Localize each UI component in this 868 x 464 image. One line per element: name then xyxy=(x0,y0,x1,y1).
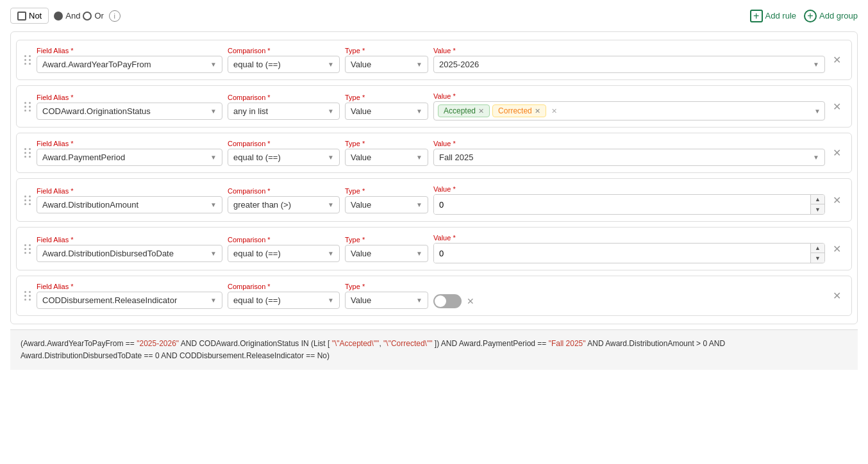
field-alias-chevron: ▼ xyxy=(210,108,217,115)
delete-rule-button[interactable]: ✕ xyxy=(830,287,844,304)
delete-rule-button[interactable]: ✕ xyxy=(830,51,844,69)
value-text: 2025-2026 xyxy=(439,60,479,69)
drag-handle[interactable] xyxy=(24,55,31,65)
radio-group: And Or xyxy=(54,11,104,21)
tag-corrected-close[interactable]: ✕ xyxy=(535,108,540,115)
field-group: Field Alias * Award.DistributionDisburse… xyxy=(37,236,222,262)
field-alias-label: Field Alias * xyxy=(37,94,222,101)
and-label: And xyxy=(65,11,80,21)
comparison-select[interactable]: equal to (==) ▼ xyxy=(228,56,340,73)
field-alias-select[interactable]: CODDisbursement.ReleaseIndicator ▼ xyxy=(37,292,222,309)
field-group: Field Alias * Award.AwardYearToPayFrom ▼ xyxy=(37,47,222,73)
expression-str1: "2025-2026" xyxy=(137,339,179,348)
delete-rule-button[interactable]: ✕ xyxy=(830,98,844,115)
value-chevron: ▼ xyxy=(813,154,819,161)
type-chevron: ▼ xyxy=(416,61,422,68)
value-select[interactable]: Fall 2025 ▼ xyxy=(433,149,825,166)
comparison-value: equal to (==) xyxy=(233,249,281,258)
type-select[interactable]: Value ▼ xyxy=(345,292,428,309)
delete-rule-button[interactable]: ✕ xyxy=(830,192,844,209)
rule-row: Field Alias * CODDisbursement.ReleaseInd… xyxy=(16,276,852,316)
type-select[interactable]: Value ▼ xyxy=(345,103,428,120)
or-label: Or xyxy=(94,11,103,21)
or-radio-empty xyxy=(83,12,92,21)
field-alias-label: Field Alias * xyxy=(37,283,222,290)
and-radio-option[interactable]: And xyxy=(54,11,80,21)
tags-chevron: ▼ xyxy=(814,108,821,115)
toggle-close[interactable]: ✕ xyxy=(467,296,474,306)
field-group: Field Alias * Award.DistributionAmount ▼ xyxy=(37,187,222,213)
tags-clear-all[interactable]: ✕ xyxy=(551,108,557,115)
drag-handle[interactable] xyxy=(24,195,31,205)
expression-str3: "\"Corrected\"" xyxy=(383,339,432,348)
value-group: Value * ▲ ▼ xyxy=(433,185,825,215)
spinner-down[interactable]: ▼ xyxy=(811,204,824,214)
tag-accepted-close[interactable]: ✕ xyxy=(478,108,484,115)
field-alias-select[interactable]: Award.DistributionDisbursedToDate ▼ xyxy=(37,245,222,262)
type-select[interactable]: Value ▼ xyxy=(345,196,428,213)
comparison-label: Comparison * xyxy=(228,187,340,195)
toggle-switch[interactable] xyxy=(433,294,462,308)
field-alias-select[interactable]: Award.PaymentPeriod ▼ xyxy=(37,149,222,166)
rule-row: Field Alias * Award.DistributionDisburse… xyxy=(16,227,852,270)
type-group: Type * Value ▼ xyxy=(345,140,428,166)
type-value: Value xyxy=(351,249,371,258)
type-select[interactable]: Value ▼ xyxy=(345,245,428,262)
comparison-select[interactable]: equal to (==) ▼ xyxy=(228,149,340,166)
comparison-label: Comparison * xyxy=(228,283,340,290)
not-toggle-button[interactable]: Not xyxy=(10,8,49,24)
value-select[interactable]: 2025-2026 ▼ xyxy=(433,56,825,73)
add-group-button[interactable]: + Add group xyxy=(804,10,858,22)
expression-str2: "\"Accepted\"" xyxy=(332,339,380,348)
delete-rule-button[interactable]: ✕ xyxy=(830,240,844,258)
field-alias-chevron: ▼ xyxy=(210,250,217,257)
type-select[interactable]: Value ▼ xyxy=(345,56,428,73)
drag-handle[interactable] xyxy=(24,102,31,112)
type-label: Type * xyxy=(345,283,428,290)
number-input[interactable] xyxy=(434,244,810,263)
value-label: Value * xyxy=(433,92,825,100)
tag-accepted-label: Accepted xyxy=(444,106,476,115)
tag-accepted: Accepted ✕ xyxy=(438,104,490,117)
main-container: Not And Or i + Add rule + Add gr xyxy=(0,0,868,377)
comparison-chevron: ▼ xyxy=(328,250,334,257)
comparison-select[interactable]: equal to (==) ▼ xyxy=(228,245,340,262)
comparison-group: Comparison * greater than (>) ▼ xyxy=(228,187,340,213)
expression-prefix: (Award.AwardYearToPayFrom == xyxy=(21,339,137,348)
value-text: Fall 2025 xyxy=(439,153,473,162)
add-rule-button[interactable]: + Add rule xyxy=(750,10,796,22)
toolbar-left: Not And Or i xyxy=(10,8,121,24)
comparison-select[interactable]: equal to (==) ▼ xyxy=(228,292,340,309)
comparison-group: Comparison * equal to (==) ▼ xyxy=(228,140,340,166)
drag-handle[interactable] xyxy=(24,244,31,254)
spinner-up[interactable]: ▲ xyxy=(811,195,824,204)
field-alias-value: Award.DistributionDisbursedToDate xyxy=(42,249,174,258)
or-radio-option[interactable]: Or xyxy=(83,11,103,21)
field-alias-select[interactable]: CODAward.OriginationStatus ▼ xyxy=(37,103,222,120)
add-group-icon: + xyxy=(804,10,817,22)
comparison-group: Comparison * equal to (==) ▼ xyxy=(228,236,340,262)
info-icon[interactable]: i xyxy=(109,10,121,22)
type-value: Value xyxy=(351,200,371,210)
delete-rule-button[interactable]: ✕ xyxy=(830,144,844,162)
drag-handle[interactable] xyxy=(24,148,31,158)
comparison-select[interactable]: any in list ▼ xyxy=(228,103,340,120)
field-alias-label: Field Alias * xyxy=(37,47,222,54)
comparison-select[interactable]: greater than (>) ▼ xyxy=(228,196,340,213)
field-group: Field Alias * CODAward.OriginationStatus… xyxy=(37,94,222,120)
type-chevron: ▼ xyxy=(416,250,422,257)
field-alias-select[interactable]: Award.DistributionAmount ▼ xyxy=(37,196,222,213)
type-select[interactable]: Value ▼ xyxy=(345,149,428,166)
number-input-wrap: ▲ ▼ xyxy=(433,194,825,215)
drag-handle[interactable] xyxy=(24,291,31,301)
type-group: Type * Value ▼ xyxy=(345,47,428,73)
tags-input[interactable]: Accepted ✕ Corrected ✕ ✕ ▼ xyxy=(433,101,825,120)
field-alias-chevron: ▼ xyxy=(210,154,217,161)
field-alias-value: Award.PaymentPeriod xyxy=(42,153,125,162)
spinner-down[interactable]: ▼ xyxy=(811,253,824,263)
and-radio-filled xyxy=(54,12,63,21)
number-input[interactable] xyxy=(434,195,810,214)
field-alias-select[interactable]: Award.AwardYearToPayFrom ▼ xyxy=(37,56,222,73)
comparison-chevron: ▼ xyxy=(328,297,334,304)
spinner-up[interactable]: ▲ xyxy=(811,244,824,253)
